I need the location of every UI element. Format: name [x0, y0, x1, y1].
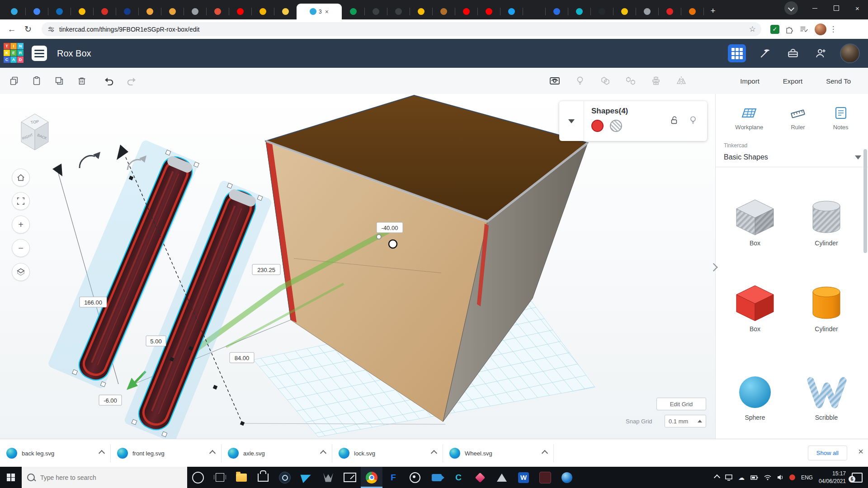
- browser-tab[interactable]: [48, 4, 71, 19]
- browser-tab[interactable]: [364, 4, 387, 19]
- window-minimize-button[interactable]: [804, 0, 826, 16]
- camera-app-icon[interactable]: [426, 467, 448, 488]
- bookmark-star-icon[interactable]: ☆: [749, 24, 756, 34]
- show-all-icon[interactable]: [548, 68, 561, 94]
- unlock-icon[interactable]: [669, 115, 679, 127]
- editor-grid-icon[interactable]: [728, 44, 746, 62]
- undo-icon[interactable]: [102, 68, 116, 94]
- user-avatar[interactable]: [840, 43, 860, 63]
- dimension-input[interactable]: -6.00: [99, 395, 122, 405]
- chrome-icon[interactable]: [361, 467, 382, 488]
- new-tab-button[interactable]: +: [706, 4, 720, 18]
- zoom-out-button[interactable]: −: [12, 239, 30, 257]
- f-app-icon[interactable]: F: [382, 467, 404, 488]
- browser-tab[interactable]: [568, 4, 590, 19]
- shape-tile-box[interactable]: Box: [722, 285, 788, 352]
- browser-tab[interactable]: [523, 4, 545, 19]
- taskbar-search[interactable]: [22, 467, 187, 488]
- reading-list-icon[interactable]: [797, 25, 811, 34]
- light-bulb-icon[interactable]: [573, 68, 587, 94]
- browser-tab[interactable]: [116, 4, 138, 19]
- tray-expand-icon[interactable]: [715, 474, 719, 482]
- antivirus-tray-icon[interactable]: [789, 474, 795, 480]
- wifi-tray-icon[interactable]: [764, 475, 771, 480]
- send-to-button[interactable]: Send To: [815, 74, 862, 89]
- browser-tab[interactable]: [477, 4, 500, 19]
- shape-category-dropdown[interactable]: Basic Shapes: [724, 150, 861, 164]
- rotation-ring-handle[interactable]: [389, 240, 397, 248]
- pickaxe-icon[interactable]: [756, 44, 774, 62]
- browser-tab[interactable]: [500, 4, 523, 19]
- browser-tab[interactable]: [184, 4, 206, 19]
- toolbox-icon[interactable]: [784, 44, 802, 62]
- browser-tab[interactable]: [161, 4, 184, 19]
- dimension-input[interactable]: 230.25: [252, 264, 280, 275]
- downloads-close-icon[interactable]: ×: [858, 446, 863, 457]
- prism-app-icon[interactable]: [491, 467, 513, 488]
- import-button[interactable]: Import: [729, 74, 770, 89]
- shape-tile-sphere[interactable]: Sphere: [722, 373, 788, 441]
- browser-tab[interactable]: [590, 4, 613, 19]
- panel-caret-icon[interactable]: [559, 101, 584, 141]
- ungroup-icon[interactable]: [624, 68, 637, 94]
- shape-tile-cylinder-hole[interactable]: Cylinder: [793, 199, 859, 267]
- group-icon[interactable]: [599, 68, 612, 94]
- copy-icon[interactable]: [7, 68, 21, 94]
- download-item[interactable]: Wheel.svg: [443, 444, 554, 462]
- scrollbar[interactable]: [863, 149, 867, 253]
- gem-app-icon[interactable]: [469, 467, 491, 488]
- browser-tab-active[interactable]: 3 ×: [297, 4, 342, 19]
- dimension-input[interactable]: 5.00: [146, 336, 166, 346]
- download-item[interactable]: axle.svg: [222, 444, 332, 462]
- dark-app-icon[interactable]: [534, 467, 556, 488]
- browser-tab[interactable]: [93, 4, 116, 19]
- workplane-button[interactable]: Workplane: [735, 106, 763, 131]
- dimension-input[interactable]: 84.00: [230, 352, 254, 363]
- design-title[interactable]: Rox Box: [57, 48, 728, 59]
- paper-plane-app-icon[interactable]: [296, 467, 317, 488]
- dimension-input[interactable]: -40.00: [377, 222, 403, 233]
- search-input[interactable]: [39, 474, 168, 482]
- browser-tab[interactable]: [71, 4, 93, 19]
- c-app-icon[interactable]: C: [448, 467, 469, 488]
- browser-tab[interactable]: [455, 4, 477, 19]
- word-icon[interactable]: W: [513, 467, 534, 488]
- browser-tab[interactable]: [387, 4, 410, 19]
- browser-tab[interactable]: [545, 4, 568, 19]
- browser-tab[interactable]: [229, 4, 251, 19]
- steam-icon[interactable]: [274, 467, 296, 488]
- battery-tray-icon[interactable]: [750, 475, 758, 480]
- chevron-up-icon[interactable]: [542, 449, 547, 457]
- dimension-input[interactable]: 166.00: [80, 297, 107, 307]
- window-maximize-button[interactable]: [826, 0, 847, 16]
- game-app-icon[interactable]: [317, 467, 339, 488]
- file-explorer-icon[interactable]: [231, 467, 252, 488]
- chevron-up-icon[interactable]: [99, 449, 104, 457]
- redo-icon[interactable]: [125, 68, 138, 94]
- browser-menu-icon[interactable]: ⋮: [826, 24, 840, 34]
- back-icon[interactable]: ←: [4, 24, 20, 34]
- browser-profile-avatar[interactable]: [815, 23, 826, 35]
- hide-bulb-icon[interactable]: [688, 115, 698, 127]
- url-text[interactable]: tinkercad.com/things/9FBOR1eSGpR-rox-box…: [59, 26, 749, 33]
- color-swatch-red[interactable]: [591, 120, 604, 132]
- tinkercad-logo[interactable]: TINKERCAD: [4, 43, 24, 64]
- browser-tab[interactable]: [342, 4, 364, 19]
- viewport-3d[interactable]: 166.00 5.00 -6.00 84.00 230.25 -40.00: [0, 94, 715, 439]
- download-item[interactable]: back leg.svg: [0, 444, 111, 462]
- display-tray-icon[interactable]: [725, 474, 732, 481]
- browser-tab[interactable]: [432, 4, 455, 19]
- panel-collapse-icon[interactable]: [708, 260, 718, 274]
- browser-tab[interactable]: [410, 4, 432, 19]
- browser-tab[interactable]: [251, 4, 274, 19]
- paste-icon[interactable]: [30, 68, 43, 94]
- shape-tile-cylinder[interactable]: Cylinder: [793, 285, 859, 352]
- shape-tile-box-hole[interactable]: Box: [722, 199, 788, 267]
- delete-icon[interactable]: [75, 68, 89, 94]
- address-bar[interactable]: tinkercad.com/things/9FBOR1eSGpR-rox-box…: [42, 22, 761, 36]
- browser-tab[interactable]: [138, 4, 161, 19]
- cloud-tray-icon[interactable]: ☁: [738, 474, 745, 481]
- reload-icon[interactable]: ↻: [20, 24, 36, 34]
- notes-button[interactable]: Notes: [833, 106, 849, 131]
- chevron-up-icon[interactable]: [321, 449, 326, 457]
